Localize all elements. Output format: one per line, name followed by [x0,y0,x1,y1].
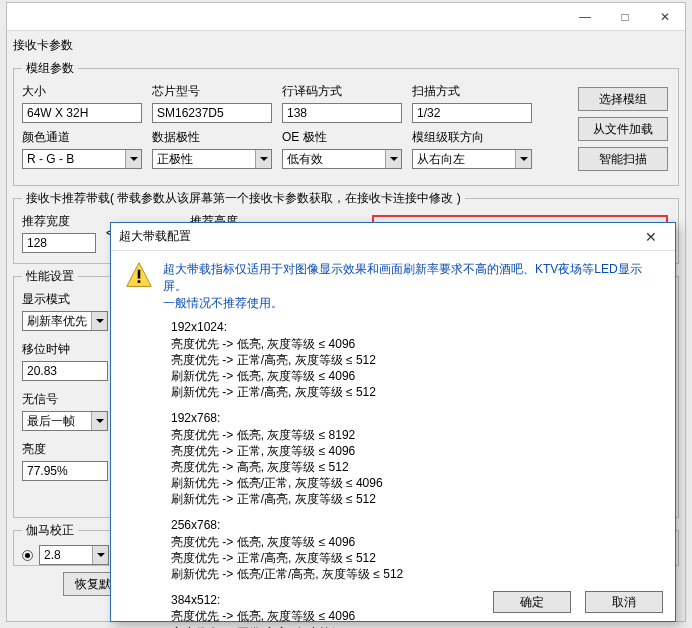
chevron-down-icon [515,150,531,168]
color-value: R - G - B [27,152,74,166]
mode-block: 192x1024:亮度优先 -> 低亮, 灰度等级 ≤ 4096亮度优先 -> … [171,319,661,400]
mode-line: 刷新优先 -> 低亮/正常/高亮, 灰度等级 ≤ 512 [171,566,661,582]
mode-block: 192x768:亮度优先 -> 低亮, 灰度等级 ≤ 8192亮度优先 -> 正… [171,410,661,507]
dialog-message: 超大带载指标仅适用于对图像显示效果和画面刷新率要求不高的酒吧、KTV夜场等LED… [163,261,661,311]
smart-scan-button[interactable]: 智能扫描 [578,147,668,171]
minimize-button[interactable]: — [565,3,605,31]
svg-rect-1 [138,270,141,279]
mode-header: 192x1024: [171,319,661,335]
mode-line: 亮度优先 -> 低亮, 灰度等级 ≤ 4096 [171,534,661,550]
decode-input[interactable] [282,103,402,123]
mode-line: 刷新优先 -> 正常/高亮, 灰度等级 ≤ 512 [171,491,661,507]
dialog-close-button[interactable]: ✕ [631,224,671,250]
color-label: 颜色通道 [22,129,142,146]
mode-header: 192x768: [171,410,661,426]
mode-header: 256x768: [171,517,661,533]
mode-block: 256x768:亮度优先 -> 低亮, 灰度等级 ≤ 4096亮度优先 -> 正… [171,517,661,582]
shift-clock-input[interactable] [22,361,108,381]
size-label: 大小 [22,83,142,100]
chevron-down-icon [91,312,107,330]
load-from-file-button[interactable]: 从文件加载 [578,117,668,141]
size-input[interactable] [22,103,142,123]
panel-title: 接收卡参数 [13,35,679,56]
polarity-value: 正极性 [157,151,193,168]
gamma-select[interactable]: 2.8 [39,545,109,565]
mode-line: 刷新优先 -> 低亮, 灰度等级 ≤ 4096 [171,368,661,384]
cascade-value: 从右向左 [417,151,465,168]
scan-label: 扫描方式 [412,83,532,100]
decode-label: 行译码方式 [282,83,402,100]
mode-line: 刷新优先 -> 低亮/正常, 灰度等级 ≤ 4096 [171,475,661,491]
polarity-label: 数据极性 [152,129,272,146]
mode-line: 亮度优先 -> 正常/高亮, 灰度等级 ≤ 512 [171,625,661,628]
chevron-down-icon [91,412,107,430]
close-button[interactable]: ✕ [645,3,685,31]
chevron-down-icon [92,546,108,564]
svg-rect-2 [138,280,141,283]
select-module-button[interactable]: 选择模组 [578,87,668,111]
mode-line: 亮度优先 -> 正常/高亮, 灰度等级 ≤ 512 [171,550,661,566]
color-select[interactable]: R - G - B [22,149,142,169]
main-titlebar: — □ ✕ [7,3,685,31]
warning-icon [125,261,153,289]
polarity-select[interactable]: 正极性 [152,149,272,169]
dialog-mode-list: 192x1024:亮度优先 -> 低亮, 灰度等级 ≤ 4096亮度优先 -> … [111,317,675,628]
display-mode-label: 显示模式 [22,291,117,308]
mode-line: 刷新优先 -> 正常/高亮, 灰度等级 ≤ 512 [171,384,661,400]
oe-label: OE 极性 [282,129,402,146]
gamma-value: 2.8 [44,548,61,562]
rec-width-input[interactable] [22,233,96,253]
module-legend: 模组参数 [22,60,78,77]
display-mode-value: 刷新率优先 [27,313,87,330]
shift-clock-label: 移位时钟 [22,341,117,358]
dialog-titlebar: 超大带载配置 ✕ [111,223,675,251]
nosignal-label: 无信号 [22,391,117,408]
ultra-load-dialog: 超大带载配置 ✕ 超大带载指标仅适用于对图像显示效果和画面刷新率要求不高的酒吧、… [110,222,676,622]
cancel-button[interactable]: 取消 [585,591,663,613]
scan-input[interactable] [412,103,532,123]
dialog-msg-line2: 一般情况不推荐使用。 [163,295,661,312]
nosignal-select[interactable]: 最后一帧 [22,411,108,431]
ok-button[interactable]: 确定 [493,591,571,613]
nosignal-value: 最后一帧 [27,413,75,430]
mode-line: 亮度优先 -> 正常, 灰度等级 ≤ 4096 [171,443,661,459]
module-params-group: 模组参数 大小 芯片型号 行译码方式 扫描方式 [13,60,679,186]
mode-line: 亮度优先 -> 高亮, 灰度等级 ≤ 512 [171,459,661,475]
chip-label: 芯片型号 [152,83,272,100]
brightness-input[interactable] [22,461,108,481]
chevron-down-icon [255,150,271,168]
gamma-radio[interactable] [22,550,33,561]
chevron-down-icon [385,150,401,168]
chevron-down-icon [125,150,141,168]
dialog-msg-line1: 超大带载指标仅适用于对图像显示效果和画面刷新率要求不高的酒吧、KTV夜场等LED… [163,261,661,295]
gamma-legend: 伽马校正 [22,522,78,539]
brightness-label: 亮度 [22,441,117,458]
dialog-title: 超大带载配置 [119,228,191,245]
display-mode-select[interactable]: 刷新率优先 [22,311,108,331]
mode-line: 亮度优先 -> 低亮, 灰度等级 ≤ 8192 [171,427,661,443]
performance-legend: 性能设置 [22,268,78,285]
mode-line: 亮度优先 -> 低亮, 灰度等级 ≤ 4096 [171,336,661,352]
recommend-legend: 接收卡推荐带载( 带载参数从该屏幕第一个接收卡参数获取，在接收卡连接中修改 ) [22,190,465,207]
rec-width-label: 推荐宽度 [22,213,96,230]
oe-select[interactable]: 低有效 [282,149,402,169]
cascade-label: 模组级联方向 [412,129,532,146]
cascade-select[interactable]: 从右向左 [412,149,532,169]
mode-line: 亮度优先 -> 正常/高亮, 灰度等级 ≤ 512 [171,352,661,368]
oe-value: 低有效 [287,151,323,168]
chip-input[interactable] [152,103,272,123]
maximize-button[interactable]: □ [605,3,645,31]
